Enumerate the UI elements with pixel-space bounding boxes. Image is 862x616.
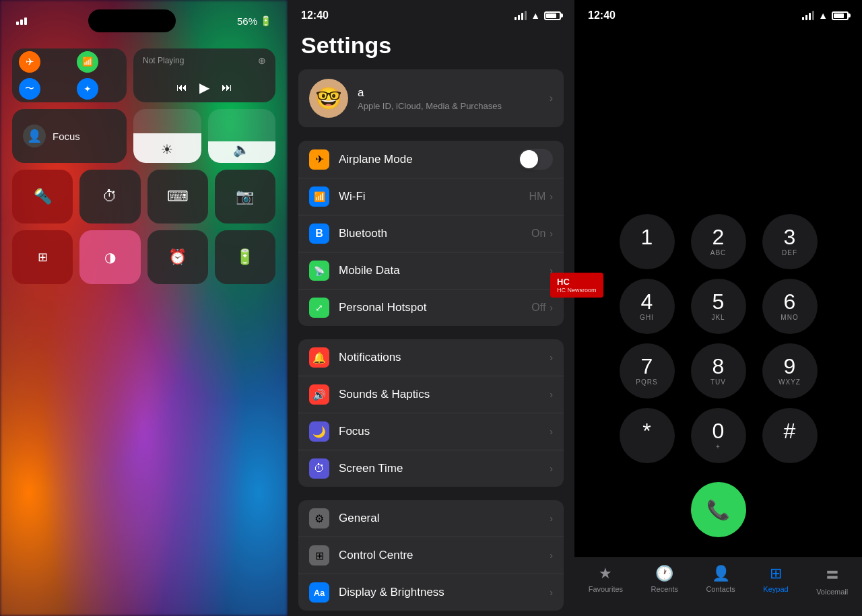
tab-recents[interactable]: 🕐 Recents	[651, 565, 678, 596]
brightness-slider[interactable]: ☀	[133, 109, 201, 163]
mobile-data-button[interactable]: 📶	[70, 48, 127, 75]
contacts-icon: 👤	[712, 565, 730, 582]
dial-0[interactable]: 0 +	[691, 408, 746, 463]
volume-slider[interactable]: 🔈	[208, 109, 276, 163]
dial-8[interactable]: 8 TUV	[691, 343, 746, 399]
call-button[interactable]: 📞	[691, 482, 746, 537]
settings-scroll[interactable]: 🤓 a Apple ID, iCloud, Media & Purchases …	[288, 69, 574, 616]
display-label: Display & Brightness	[339, 586, 550, 599]
dial-4[interactable]: 4 GHI	[620, 279, 675, 334]
dial-1[interactable]: 1	[620, 214, 675, 269]
camera-button[interactable]: 📷	[215, 170, 275, 224]
dial-hash[interactable]: #	[762, 408, 818, 463]
cc-row-4: ⊞ ◑ ⏰ 🔋	[12, 230, 275, 284]
settings-item-screentime[interactable]: ⏱ Screen Time ›	[298, 450, 564, 487]
settings-group-connectivity: ✈ Airplane Mode 📶 Wi-Fi HM › B Bluetooth…	[298, 141, 564, 326]
settings-item-control-centre[interactable]: ⊞ Control Centre ›	[298, 537, 564, 574]
settings-status-icons: ▲	[515, 10, 561, 21]
settings-time: 12:40	[301, 9, 329, 22]
wifi-value: HM	[529, 191, 545, 203]
dial-7[interactable]: 7 PQRS	[620, 343, 675, 399]
wifi-button[interactable]: 〜	[12, 76, 69, 103]
dial-star[interactable]: *	[620, 408, 675, 463]
airplane-mode-toggle[interactable]	[519, 149, 553, 170]
battery-widget-button[interactable]: 🔋	[215, 230, 275, 284]
cc-row-3: 🔦 ⏱ ⌨ 📷	[12, 170, 275, 224]
stopwatch-button[interactable]: ⏰	[147, 230, 208, 284]
dial-star-num: *	[642, 420, 651, 442]
dial-5-sub: JKL	[711, 314, 725, 322]
control-centre-chevron-icon: ›	[550, 550, 553, 561]
settings-panel: 12:40 ▲ Settings 🤓 a Apple ID, iCloud, M…	[288, 0, 574, 616]
profile-card[interactable]: 🤓 a Apple ID, iCloud, Media & Purchases …	[298, 69, 564, 127]
profile-subtitle: Apple ID, iCloud, Media & Purchases	[358, 101, 550, 111]
dial-8-sub: TUV	[710, 378, 726, 386]
cellular-icon: 📶	[82, 57, 93, 67]
battery-percentage: 56%	[237, 15, 257, 27]
wifi-label: Wi-Fi	[339, 190, 529, 203]
phone-wifi-icon: ▲	[818, 10, 828, 21]
focus-settings-label: Focus	[339, 425, 550, 438]
flashlight-button[interactable]: 🔦	[12, 170, 73, 224]
play-button[interactable]: ▶	[199, 79, 209, 96]
timer-button[interactable]: ⏱	[79, 170, 140, 224]
phone-time: 12:40	[588, 9, 616, 22]
settings-item-general[interactable]: ⚙ General ›	[298, 500, 564, 537]
bluetooth-button[interactable]: ✦	[70, 76, 127, 103]
notifications-icon: 🔔	[309, 347, 329, 368]
call-row: 📞	[617, 471, 820, 537]
airplane-mode-button[interactable]: ✈	[12, 48, 69, 75]
hc-sub: HC Newsroom	[557, 287, 597, 294]
dial-9-sub: WXYZ	[778, 378, 801, 386]
hc-logo: HC	[557, 277, 597, 287]
hotspot-label: Personal Hotspot	[339, 301, 531, 314]
calculator-button[interactable]: ⌨	[147, 170, 208, 224]
focus-tile[interactable]: 👤 Focus	[12, 109, 127, 163]
settings-item-sounds[interactable]: 🔊 Sounds & Haptics ›	[298, 376, 564, 413]
profile-avatar: 🤓	[309, 79, 348, 118]
bluetooth-dot: ✦	[77, 78, 98, 100]
settings-item-wifi[interactable]: 📶 Wi-Fi HM ›	[298, 178, 564, 215]
dialer-area: 1 2 ABC 3 DEF 4 GHI	[574, 27, 862, 557]
dial-9[interactable]: 9 WXYZ	[762, 343, 818, 399]
settings-item-hotspot[interactable]: ⤢ Personal Hotspot Off ›	[298, 289, 564, 326]
hotspot-chevron-icon: ›	[550, 302, 553, 313]
hc-watermark: HC HC Newsroom	[550, 273, 603, 298]
fastforward-button[interactable]: ⏭	[222, 81, 232, 94]
settings-item-airplane[interactable]: ✈ Airplane Mode	[298, 141, 564, 178]
tab-voicemail[interactable]: 〓 Voicemail	[816, 565, 848, 596]
airplay-icon[interactable]: ⊕	[258, 55, 266, 66]
settings-item-focus[interactable]: 🌙 Focus ›	[298, 413, 564, 450]
screentime-icon: ⏱	[309, 458, 329, 479]
dial-6[interactable]: 6 MNO	[762, 279, 818, 334]
control-centre-icon: ⊞	[309, 545, 329, 566]
settings-item-notifications[interactable]: 🔔 Notifications ›	[298, 339, 564, 376]
profile-info: a Apple ID, iCloud, Media & Purchases	[358, 86, 550, 111]
settings-item-mobile-data[interactable]: 📡 Mobile Data ›	[298, 252, 564, 289]
settings-item-bluetooth[interactable]: B Bluetooth On ›	[298, 215, 564, 252]
contacts-label: Contacts	[706, 585, 735, 593]
filter-button[interactable]: ◑	[79, 230, 140, 284]
qr-scanner-button[interactable]: ⊞	[12, 230, 73, 284]
phone-status-icons: ▲	[802, 10, 849, 21]
settings-item-display[interactable]: Aa Display & Brightness ›	[298, 574, 564, 611]
control-centre-panel: 56% 🔋 ✈ 📶	[0, 0, 288, 616]
dial-3[interactable]: 3 DEF	[762, 214, 818, 269]
tab-favourites[interactable]: ★ Favourites	[589, 565, 623, 596]
general-chevron-icon: ›	[550, 513, 553, 524]
settings-battery-fill	[546, 13, 556, 18]
settings-title: Settings	[288, 27, 574, 69]
dial-2[interactable]: 2 ABC	[691, 214, 746, 269]
tab-contacts[interactable]: 👤 Contacts	[706, 565, 735, 596]
dial-5[interactable]: 5 JKL	[691, 279, 746, 334]
signal-bars	[16, 18, 27, 25]
tab-keypad[interactable]: ⊞ Keypad	[763, 565, 788, 596]
now-playing-header: Not Playing ⊕	[143, 55, 266, 66]
favourites-icon: ★	[599, 565, 612, 582]
battery-icon: 🔋	[260, 15, 271, 26]
dial-grid: 1 2 ABC 3 DEF 4 GHI	[617, 214, 820, 462]
dial-3-sub: DEF	[782, 249, 797, 257]
dial-hash-num: #	[784, 420, 796, 442]
wifi-settings-icon: 📶	[309, 186, 329, 207]
rewind-button[interactable]: ⏮	[176, 81, 187, 94]
